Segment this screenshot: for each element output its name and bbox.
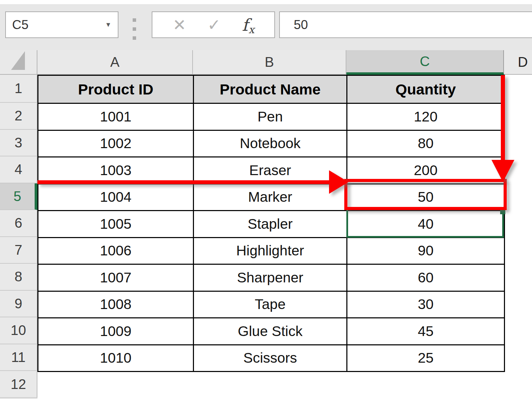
cell-B1[interactable]: Product Name	[194, 76, 347, 104]
separator-dot	[133, 36, 136, 40]
formula-input[interactable]: 50	[279, 11, 532, 38]
column-header-C[interactable]: C	[346, 50, 504, 75]
row-header-4[interactable]: 4	[0, 156, 37, 183]
cell-B5[interactable]: Marker	[194, 184, 347, 211]
top-strip	[0, 0, 532, 4]
cell-A1[interactable]: Product ID	[38, 76, 194, 104]
formula-buttons-group: ✕ ✓ fx	[152, 11, 275, 38]
cancel-icon[interactable]: ✕	[173, 17, 186, 33]
cell-A6[interactable]: 1005	[38, 211, 194, 238]
cell-B3[interactable]: Notebook	[194, 131, 347, 158]
active-cell-selection-border	[346, 207, 504, 238]
row-header-1[interactable]: 1	[0, 75, 37, 103]
annotation-column-arrow-line	[501, 75, 505, 162]
row-header-5[interactable]: 5	[0, 183, 37, 210]
cell-B8[interactable]: Sharpener	[194, 265, 347, 292]
annotation-row-arrow-line	[37, 180, 330, 184]
row-header-11[interactable]: 11	[0, 344, 37, 371]
row-header-3[interactable]: 3	[0, 130, 37, 157]
cell-A10[interactable]: 1009	[38, 318, 194, 345]
name-box-value[interactable]: C5	[6, 18, 28, 32]
column-header-B[interactable]: B	[193, 50, 346, 75]
row-headers: 123456789101112	[0, 75, 37, 399]
row-header-7[interactable]: 7	[0, 237, 37, 264]
select-all-corner[interactable]	[0, 50, 37, 75]
cell-C9[interactable]: 30	[347, 292, 505, 319]
column-header-A[interactable]: A	[37, 50, 193, 75]
annotation-highlight-box-c5	[344, 179, 507, 210]
cell-C2[interactable]: 120	[347, 104, 505, 131]
formula-value: 50	[280, 18, 308, 32]
enter-icon[interactable]: ✓	[207, 17, 221, 33]
formula-bar-separator-handle[interactable]	[133, 18, 136, 40]
cell-B2[interactable]: Pen	[194, 104, 347, 131]
excel-spreadsheet-window: C5 ▾ ✕ ✓ fx 50 ABCD 123456789101112 Prod…	[0, 0, 532, 399]
cell-C3[interactable]: 80	[347, 131, 505, 158]
cell-C7[interactable]: 90	[347, 238, 505, 265]
cell-A11[interactable]: 1010	[38, 345, 194, 372]
row-header-8[interactable]: 8	[0, 264, 37, 291]
cell-A7[interactable]: 1006	[38, 238, 194, 265]
worksheet-area: ABCD 123456789101112 Product IDProduct N…	[0, 50, 532, 399]
cell-C8[interactable]: 60	[347, 265, 505, 292]
annotation-row-arrowhead-icon	[329, 170, 348, 194]
row-header-6[interactable]: 6	[0, 210, 37, 237]
cell-B9[interactable]: Tape	[194, 292, 347, 319]
cell-C11[interactable]: 25	[347, 345, 505, 372]
cell-B11[interactable]: Scissors	[194, 345, 347, 372]
cell-C10[interactable]: 45	[347, 318, 505, 345]
annotation-column-arrowhead-icon	[491, 160, 514, 182]
name-box[interactable]: C5 ▾	[5, 11, 118, 38]
cell-A8[interactable]: 1007	[38, 265, 194, 292]
cell-A3[interactable]: 1002	[38, 131, 194, 158]
row-header-2[interactable]: 2	[0, 103, 37, 130]
cell-A9[interactable]: 1008	[38, 292, 194, 319]
select-all-triangle-icon	[11, 51, 25, 70]
cell-B6[interactable]: Stapler	[194, 211, 347, 238]
row-header-12[interactable]: 12	[0, 371, 37, 398]
formula-bar-area: C5 ▾ ✕ ✓ fx 50	[0, 0, 532, 50]
separator-dot	[133, 27, 136, 31]
column-headers: ABCD	[37, 50, 532, 75]
cell-B7[interactable]: Highlighter	[194, 238, 347, 265]
separator-dot	[133, 18, 136, 22]
cell-A5[interactable]: 1004	[38, 184, 194, 211]
cell-C1[interactable]: Quantity	[347, 76, 505, 104]
row-header-9[interactable]: 9	[0, 291, 37, 318]
name-box-dropdown-icon[interactable]: ▾	[106, 20, 110, 29]
cell-B10[interactable]: Glue Stick	[194, 318, 347, 345]
column-header-D[interactable]: D	[504, 50, 532, 75]
row-header-10[interactable]: 10	[0, 317, 37, 344]
cell-A2[interactable]: 1001	[38, 104, 194, 131]
insert-function-icon[interactable]: fx	[242, 17, 254, 33]
